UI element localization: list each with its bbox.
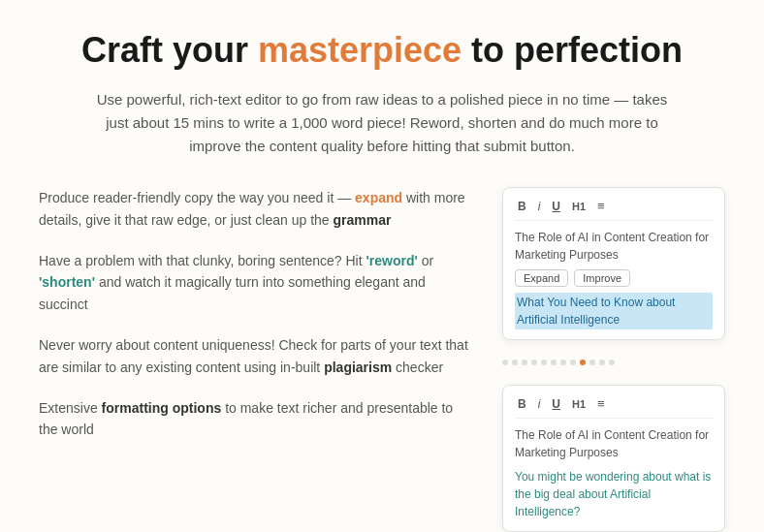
- toolbar-italic-2[interactable]: i: [535, 396, 544, 412]
- feature-expand-keyword: expand: [355, 190, 402, 205]
- feature-expand: Produce reader-friendly copy the way you…: [39, 187, 473, 231]
- feature-shorten-keyword: 'shorten': [39, 274, 95, 290]
- editor-card-2: B i U H1 ≡ The Role of AI in Content Cre…: [502, 385, 725, 532]
- toolbar-h1-1[interactable]: H1: [569, 200, 589, 213]
- dot-1[interactable]: [502, 360, 508, 365]
- feature-expand-text1: Produce reader-friendly copy the way you…: [39, 190, 355, 205]
- editor-toolbar-1: B i U H1 ≡: [515, 198, 713, 221]
- feature-reword: Have a problem with that clunky, boring …: [39, 250, 473, 315]
- toolbar-underline-1[interactable]: U: [549, 199, 563, 214]
- main-content: Produce reader-friendly copy the way you…: [39, 187, 725, 532]
- dot-12[interactable]: [609, 360, 615, 365]
- feature-formatting-keyword: formatting options: [102, 400, 222, 416]
- dot-4[interactable]: [531, 360, 537, 365]
- dot-8[interactable]: [570, 360, 576, 365]
- feature-reword-text2: or: [418, 253, 433, 268]
- toolbar-underline-2[interactable]: U: [549, 396, 563, 412]
- toolbar-italic-1[interactable]: i: [535, 199, 544, 214]
- expand-improve-row: Expand Improve: [515, 269, 713, 287]
- feature-reword-text3: and watch it magically turn into somethi…: [39, 274, 426, 311]
- feature-formatting: Extensive formatting options to make tex…: [39, 397, 473, 441]
- editor-highlighted-text-2: You might be wondering about what is the…: [515, 467, 713, 521]
- features-list: Produce reader-friendly copy the way you…: [39, 187, 473, 441]
- toolbar-list-2[interactable]: ≡: [594, 395, 608, 412]
- feature-grammar-keyword: grammar: [334, 212, 392, 228]
- editor-toolbar-2: B i U H1 ≡: [515, 395, 713, 419]
- feature-plagiarism-keyword: plagiarism: [324, 360, 392, 375]
- feature-plagiarism: Never worry about content uniqueness! Ch…: [39, 334, 473, 378]
- hero-title-accent: masterpiece: [258, 30, 462, 70]
- hero-title-part2: to perfection: [462, 30, 683, 70]
- toolbar-list-1[interactable]: ≡: [594, 198, 608, 214]
- toolbar-h1-2[interactable]: H1: [569, 397, 589, 411]
- dot-10[interactable]: [589, 360, 595, 365]
- hero-title-part1: Craft your: [81, 30, 258, 70]
- hero-subtitle: Use powerful, rich-text editor to go fro…: [91, 88, 673, 158]
- feature-reword-text1: Have a problem with that clunky, boring …: [39, 253, 366, 268]
- dot-11[interactable]: [599, 360, 605, 365]
- dot-5[interactable]: [541, 360, 547, 365]
- dot-9-active[interactable]: [580, 360, 586, 365]
- carousel-dots: [502, 360, 725, 365]
- expand-button[interactable]: Expand: [515, 269, 568, 287]
- editor-card-1: B i U H1 ≡ The Role of AI in Content Cre…: [502, 187, 725, 340]
- editor-cards: B i U H1 ≡ The Role of AI in Content Cre…: [502, 187, 725, 532]
- toolbar-bold-2[interactable]: B: [515, 396, 529, 412]
- editor-body-text-2: The Role of AI in Content Creation for M…: [515, 426, 713, 461]
- dot-7[interactable]: [560, 360, 566, 365]
- feature-reword-keyword: 'reword': [366, 253, 417, 268]
- dot-2[interactable]: [512, 360, 518, 365]
- editor-body-text-1: The Role of AI in Content Creation for M…: [515, 229, 713, 264]
- dot-3[interactable]: [522, 360, 527, 365]
- dot-6[interactable]: [551, 360, 557, 365]
- feature-plagiarism-text2: checker: [392, 360, 443, 375]
- page-wrapper: Craft your masterpiece to perfection Use…: [0, 0, 764, 532]
- toolbar-bold-1[interactable]: B: [515, 199, 529, 214]
- editor-highlighted-text-1: What You Need to Know about Artificial I…: [515, 293, 713, 329]
- hero-title: Craft your masterpiece to perfection: [39, 29, 725, 71]
- improve-button[interactable]: Improve: [574, 269, 630, 287]
- feature-formatting-text1: Extensive: [39, 400, 102, 416]
